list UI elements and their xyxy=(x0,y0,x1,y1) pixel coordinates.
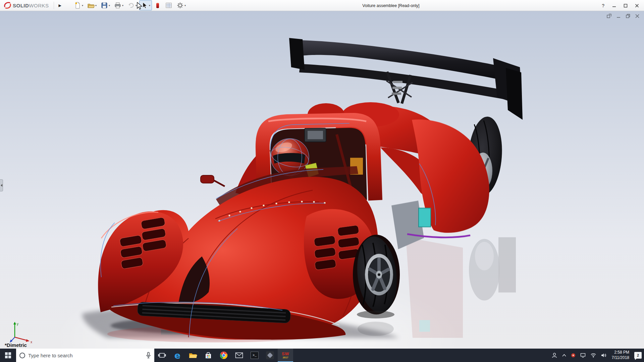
macro-record-icon xyxy=(154,2,161,9)
tray-show-hidden-button[interactable] xyxy=(560,349,569,362)
close-icon xyxy=(635,4,639,8)
solidworks-taskbar-icon: SW 2017 xyxy=(282,352,289,359)
app-mail[interactable] xyxy=(231,349,247,362)
maximize-button[interactable] xyxy=(621,2,631,10)
app-console[interactable]: >_ xyxy=(247,349,262,362)
rearview-mirror[interactable] xyxy=(305,128,326,142)
app-edge[interactable]: e xyxy=(170,349,185,362)
dropdown-caret[interactable]: ▾ xyxy=(136,4,137,7)
app-solidworks[interactable]: SW 2017 xyxy=(278,349,293,362)
chevron-up-icon xyxy=(562,354,566,357)
file-explorer-icon xyxy=(189,352,197,359)
viewer-app-icon xyxy=(266,351,274,359)
app-chrome[interactable] xyxy=(216,349,231,362)
macro-record-button[interactable] xyxy=(153,0,163,10)
dropdown-caret[interactable]: ▾ xyxy=(122,4,123,7)
minimize-button[interactable] xyxy=(609,2,619,10)
menu-expand-arrow[interactable]: ▶ xyxy=(56,3,64,8)
axis-y-label: y xyxy=(17,322,18,326)
open-document-icon xyxy=(87,2,95,9)
store-icon xyxy=(205,352,212,359)
tray-network-button[interactable] xyxy=(588,349,599,362)
tray-volume-button[interactable] xyxy=(599,349,609,362)
mail-icon xyxy=(235,352,243,358)
maximize-icon xyxy=(624,4,628,8)
taskbar-search[interactable] xyxy=(16,349,154,362)
undo-icon xyxy=(127,2,135,9)
left-side-mirror[interactable] xyxy=(201,175,225,186)
close-document-button[interactable] xyxy=(635,13,640,19)
search-input[interactable] xyxy=(28,353,143,358)
graphics-viewport[interactable]: y x *Dimetric xyxy=(0,11,644,349)
axis-x-label: x xyxy=(31,340,32,344)
dropdown-caret[interactable]: ▾ xyxy=(109,4,110,7)
options-gear-icon xyxy=(176,2,184,9)
console-icon: >_ xyxy=(251,352,259,359)
chrome-icon xyxy=(220,351,228,359)
window-title: Voiture assemblee [Read-only] xyxy=(362,0,419,11)
ds-logo-icon xyxy=(3,1,11,9)
save-button[interactable]: ▾ xyxy=(99,0,112,10)
float-window-button[interactable] xyxy=(606,13,612,19)
window-controls: ? xyxy=(598,0,642,11)
standard-toolbar: ▾ ▾ ▾ ▾ ▾ xyxy=(72,0,187,10)
print-icon xyxy=(114,2,121,9)
app-viewer[interactable] xyxy=(262,349,278,362)
car-model-3d[interactable] xyxy=(0,11,644,349)
system-tray: 2:58 PM 7/11/2018 2 xyxy=(549,349,644,362)
dropdown-caret[interactable]: ▾ xyxy=(82,4,83,7)
tray-app-red[interactable] xyxy=(569,349,578,362)
tray-clock[interactable]: 2:58 PM 7/11/2018 xyxy=(609,350,632,360)
document-window-controls xyxy=(606,13,640,19)
volume-icon xyxy=(601,353,607,358)
undo-button[interactable]: ▾ xyxy=(126,0,139,10)
front-wheel[interactable] xyxy=(353,235,400,318)
clock-date: 7/11/2018 xyxy=(612,355,630,361)
tray-display-button[interactable] xyxy=(578,349,588,362)
design-table-icon xyxy=(165,2,172,9)
save-icon xyxy=(101,2,108,9)
start-button[interactable] xyxy=(0,349,16,362)
app-store[interactable] xyxy=(201,349,216,362)
select-cursor-icon xyxy=(141,2,148,9)
view-orientation-label: *Dimetric xyxy=(5,342,27,348)
display-icon xyxy=(580,353,586,358)
feature-panel-collapse-tab[interactable] xyxy=(0,179,3,191)
close-button[interactable] xyxy=(632,2,642,10)
minimize-icon xyxy=(612,4,616,8)
new-document-button[interactable]: ▾ xyxy=(72,0,85,10)
action-center-icon: 2 xyxy=(634,352,642,359)
tray-people-button[interactable] xyxy=(549,349,560,362)
solidworks-wordmark: SOLIDWORKS xyxy=(13,3,49,8)
dropdown-caret[interactable]: ▾ xyxy=(149,4,150,7)
windows-taskbar: e >_ xyxy=(0,349,644,362)
app-file-explorer[interactable] xyxy=(185,349,201,362)
restore-document-button[interactable] xyxy=(625,13,631,19)
people-icon xyxy=(551,352,557,358)
axis-triad: y x xyxy=(9,320,38,344)
options-button[interactable]: ▾ xyxy=(175,0,187,10)
red-app-icon xyxy=(571,353,576,358)
task-view-button[interactable] xyxy=(154,349,170,362)
separator xyxy=(54,2,54,9)
design-table-button[interactable] xyxy=(163,0,174,10)
notification-badge: 2 xyxy=(637,353,639,357)
help-button[interactable]: ? xyxy=(598,3,608,8)
cortana-icon xyxy=(19,353,25,358)
action-center-button[interactable]: 2 xyxy=(632,349,644,362)
solidworks-logo: SOLIDWORKS xyxy=(0,1,52,9)
side-window-teal xyxy=(419,208,431,227)
print-button[interactable]: ▾ xyxy=(112,0,125,10)
dropdown-caret[interactable]: ▾ xyxy=(184,4,186,7)
task-view-icon xyxy=(158,352,166,359)
dropdown-caret[interactable]: ▾ xyxy=(95,4,97,7)
microphone-icon[interactable] xyxy=(146,352,151,359)
minimize-document-button[interactable] xyxy=(616,13,621,19)
clock-time: 2:58 PM xyxy=(614,350,629,355)
open-document-button[interactable]: ▾ xyxy=(86,0,98,10)
windows-logo-icon xyxy=(5,352,11,358)
new-document-icon xyxy=(74,2,81,9)
network-wifi-icon xyxy=(590,353,596,358)
edge-icon: e xyxy=(174,350,180,361)
select-tool-button[interactable]: ▾ xyxy=(139,0,152,10)
